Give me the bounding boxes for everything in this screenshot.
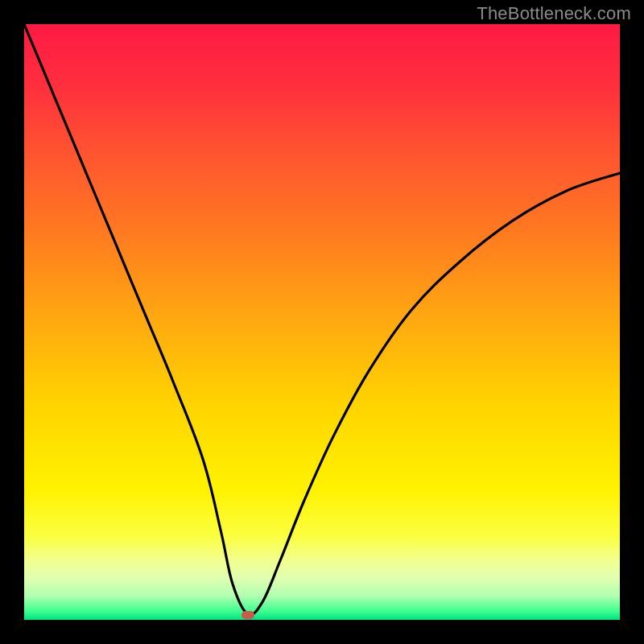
optimum-marker — [242, 611, 254, 619]
watermark-text: TheBottleneck.com — [477, 3, 631, 24]
bottleneck-curve — [24, 24, 620, 620]
plot-area — [24, 24, 620, 620]
chart-frame: TheBottleneck.com — [0, 0, 644, 644]
